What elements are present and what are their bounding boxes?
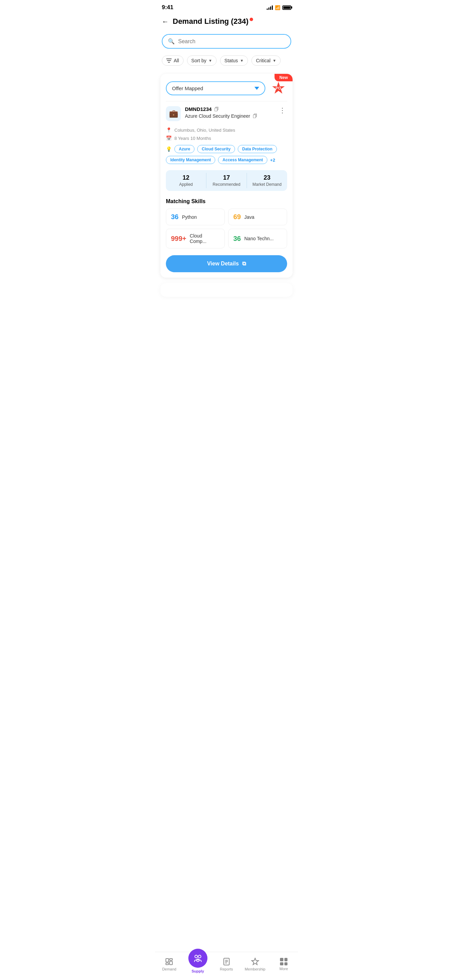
stat-recommended-label: Recommended <box>209 182 244 187</box>
stat-applied-label: Applied <box>169 182 203 187</box>
nav-item-demand[interactable]: Demand <box>159 958 180 971</box>
svg-rect-3 <box>170 961 172 965</box>
skill-card-cloud-comp: 999+ Cloud Comp... <box>166 229 225 248</box>
card-info-content: DMND1234 🗍 Azure Cloud Security Engineer… <box>185 106 273 119</box>
nav-item-supply[interactable]: Supply <box>188 956 208 973</box>
more-options-button[interactable]: ⋮ <box>278 106 287 115</box>
job-title: Azure Cloud Security Engineer 🗍 <box>185 113 273 119</box>
critical-label: Critical <box>256 58 270 63</box>
demand-card-peek <box>160 283 293 297</box>
skill-tag-identity-management[interactable]: Identity Management <box>166 156 215 164</box>
svg-rect-1 <box>166 963 169 965</box>
cloud-comp-count: 999+ <box>171 235 186 243</box>
matching-skills-section: Matching Skills 36 Python 69 Java 999+ C… <box>160 194 293 253</box>
skill-card-nano-tech: 36 Nano Techn... <box>228 229 287 248</box>
filter-all-label: All <box>174 58 179 63</box>
search-icon: 🔍 <box>168 38 175 45</box>
python-label: Python <box>182 215 197 220</box>
supply-button[interactable] <box>188 949 207 968</box>
view-details-label: View Details <box>207 261 239 267</box>
battery-icon <box>282 5 291 10</box>
java-count: 69 <box>233 213 241 221</box>
search-container: 🔍 <box>155 31 298 53</box>
nav-label-demand: Demand <box>162 967 176 971</box>
po-label: PO <box>276 86 281 90</box>
sort-by-button[interactable]: Sort by ▼ <box>187 56 217 66</box>
supply-icon <box>193 953 203 963</box>
view-details-button[interactable]: View Details ⧉ <box>166 255 287 272</box>
po-star: ★ PO <box>270 79 287 97</box>
experience-row: 📅 8 Years 10 Months <box>160 134 293 142</box>
card-top: Offer Mapped ★ PO <box>160 74 293 101</box>
skills-icon: 💡 <box>166 146 172 152</box>
calendar-icon: 📅 <box>166 135 172 141</box>
chevron-down-icon: ▼ <box>209 59 212 63</box>
critical-button[interactable]: Critical ▼ <box>251 56 281 66</box>
offer-mapped-button[interactable]: Offer Mapped <box>166 81 265 95</box>
nav-item-reports[interactable]: Reports <box>216 958 237 971</box>
nav-label-supply: Supply <box>191 969 204 973</box>
notification-dot <box>250 18 253 21</box>
stat-market-demand-number: 23 <box>250 174 284 181</box>
nav-item-more[interactable]: More <box>273 958 294 971</box>
skills-row: 💡 Azure Cloud Security Data Protection I… <box>160 142 293 167</box>
skill-card-python: 36 Python <box>166 208 225 225</box>
copy-title-icon[interactable]: 🗍 <box>253 113 257 119</box>
chevron-down-icon: ▼ <box>240 59 244 63</box>
skill-card-java: 69 Java <box>228 208 287 225</box>
page-title: Demand Listing (234) <box>173 17 253 26</box>
briefcase-icon: 💼 <box>166 106 181 121</box>
back-button[interactable]: ← <box>162 18 169 25</box>
status-time: 9:41 <box>162 4 173 11</box>
sort-label: Sort by <box>191 58 206 63</box>
status-label: Status <box>225 58 238 63</box>
stat-applied: 12 Applied <box>166 170 206 191</box>
more-icon <box>280 958 287 966</box>
stat-recommended-number: 17 <box>209 174 244 181</box>
java-label: Java <box>244 215 254 220</box>
matching-skills-title: Matching Skills <box>166 198 287 205</box>
stat-market-demand: 23 Market Demand <box>247 170 287 191</box>
card-info: 💼 DMND1234 🗍 Azure Cloud Security Engine… <box>160 102 293 126</box>
demand-id: DMND1234 <box>185 106 212 112</box>
nav-item-membership[interactable]: Membership <box>245 958 266 971</box>
svg-rect-0 <box>166 959 169 962</box>
offer-mapped-text: Offer Mapped <box>172 86 203 91</box>
skill-tag-cloud-security[interactable]: Cloud Security <box>197 145 235 153</box>
nano-tech-label: Nano Techn... <box>244 236 273 241</box>
filter-all-button[interactable]: All <box>162 56 183 66</box>
membership-icon <box>251 958 259 966</box>
svg-rect-2 <box>170 959 172 960</box>
location-text: Columbus, Ohio, United States <box>174 127 235 133</box>
nav-label-membership: Membership <box>245 967 266 971</box>
skill-tag-azure[interactable]: Azure <box>174 145 195 153</box>
status-icons: 📶 <box>267 5 291 10</box>
chevron-down-icon: ▼ <box>273 59 276 63</box>
location-row: 📍 Columbus, Ohio, United States <box>160 126 293 134</box>
svg-marker-11 <box>252 958 258 965</box>
signal-icon <box>267 5 273 10</box>
search-wrapper[interactable]: 🔍 <box>162 34 291 49</box>
location-icon: 📍 <box>166 127 172 133</box>
wifi-icon: 📶 <box>275 5 280 10</box>
cloud-comp-label: Cloud Comp... <box>190 233 220 244</box>
nano-tech-count: 36 <box>233 235 241 243</box>
skill-tag-data-protection[interactable]: Data Protection <box>238 145 277 153</box>
external-link-icon: ⧉ <box>242 261 246 267</box>
status-bar: 9:41 📶 <box>155 0 298 13</box>
status-button[interactable]: Status ▼ <box>220 56 248 66</box>
filter-bar: All Sort by ▼ Status ▼ Critical ▼ <box>155 53 298 70</box>
bottom-nav: Demand Supply Reports Membership <box>155 952 298 980</box>
more-skills-count[interactable]: +2 <box>270 158 275 163</box>
search-input[interactable] <box>178 38 285 45</box>
copy-id-icon[interactable]: 🗍 <box>214 107 219 112</box>
skill-tag-access-management[interactable]: Access Management <box>218 156 267 164</box>
demand-card: New Offer Mapped ★ PO 💼 DMND1234 🗍 <box>160 74 293 278</box>
skills-grid: 36 Python 69 Java 999+ Cloud Comp... 36 … <box>166 208 287 248</box>
stat-applied-number: 12 <box>169 174 203 181</box>
demand-id-row: DMND1234 🗍 <box>185 106 273 112</box>
demand-icon <box>165 958 173 966</box>
filter-icon <box>166 59 172 63</box>
svg-point-4 <box>195 955 198 958</box>
stat-recommended: 17 Recommended <box>206 170 247 191</box>
